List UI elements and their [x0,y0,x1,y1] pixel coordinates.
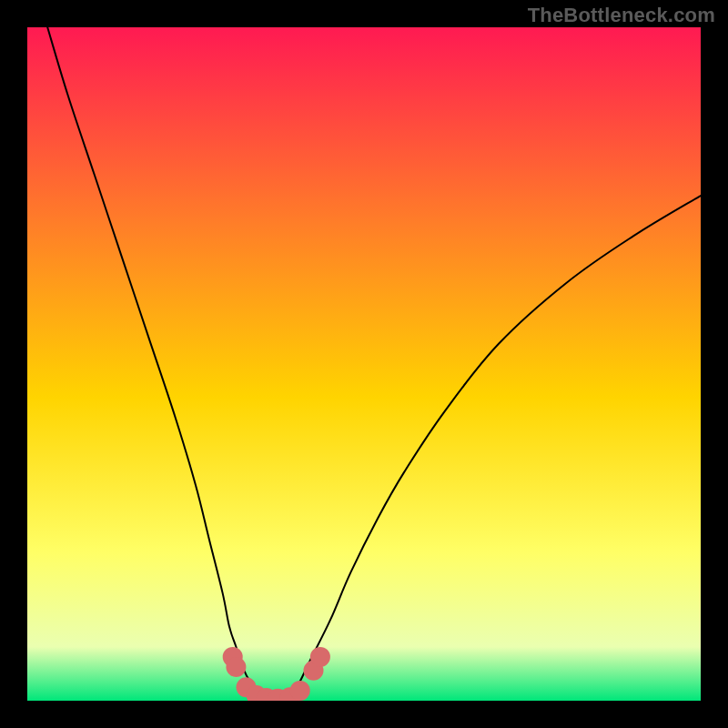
curve-left-branch [47,27,283,701]
curve-right-branch [283,196,701,701]
plot-area [27,27,701,701]
marker-point [310,647,330,667]
curve-layer [27,27,701,701]
chart-frame: TheBottleneck.com [0,0,728,728]
marker-point [226,657,246,677]
watermark-label: TheBottleneck.com [528,4,715,27]
marker-point [290,681,310,701]
